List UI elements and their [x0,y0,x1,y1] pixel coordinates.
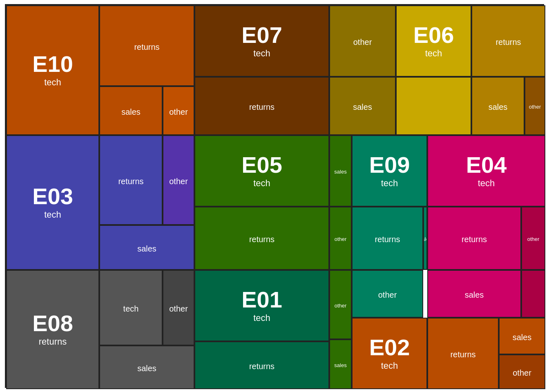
cell-E03[interactable]: E03tech [6,135,99,270]
cell-sub-E07: tech [253,48,270,59]
cell-E10-other[interactable]: other [163,86,194,135]
cell-label-E07-returns: returns [249,102,274,112]
cell-E06-other[interactable]: other [524,77,545,135]
cell-label-E09-other: other [335,236,347,242]
treemap: E10techreturnssalesotherE07techreturnsot… [5,4,544,388]
cell-E04-other2[interactable] [521,270,545,318]
cell-sub-E09: tech [381,178,398,189]
cell-label-E02-sales: sales [513,333,532,342]
cell-E09-other2[interactable]: other [352,270,423,318]
cell-E07[interactable]: E07tech [194,5,329,77]
cell-title-E02: E02 [369,336,410,359]
cell-label-E06-sales: sales [489,102,508,112]
cell-E06-sales[interactable]: sales [471,77,524,135]
cell-E10-sales[interactable]: sales [99,86,163,135]
cell-E08[interactable]: E08returns [6,270,99,389]
cell-label-E09-sales-sm: sales [423,236,427,242]
cell-E09-other[interactable]: other [329,207,352,270]
cell-sales-top2[interactable]: sales [329,77,396,135]
cell-label-E01-other1: other [335,303,347,309]
cell-label-E10-returns: returns [134,42,159,52]
cell-E03-sales[interactable]: sales [99,225,194,270]
cell-title-E06: E06 [413,24,454,47]
cell-label-E08-sales: sales [137,364,156,373]
cell-label-E04-other: other [527,236,540,242]
cell-E04-returns[interactable]: returns [427,207,521,270]
cell-E09-sales[interactable]: sales [329,135,352,207]
cell-label-E09-other2: other [378,290,397,300]
cell-title-E10: E10 [32,53,73,76]
cell-label-E03-sales: sales [137,244,156,254]
cell-label-other-top: other [353,38,372,47]
cell-E01[interactable]: E01tech [194,270,329,341]
cell-E06[interactable]: E06tech [396,5,471,77]
cell-other-top[interactable]: other [329,5,396,77]
cell-label-E09-sales: sales [334,169,346,175]
cell-label-E06-returns: returns [495,38,521,47]
cell-E02-sales[interactable]: sales [499,318,545,354]
cell-E10-returns[interactable]: returns [99,5,194,86]
cell-E03-other[interactable]: other [163,135,194,225]
cell-E08-tech[interactable]: tech [99,270,163,345]
cell-label-E02-other: other [513,368,531,378]
cell-E02-other[interactable]: other [499,354,545,389]
cell-label-E04-sales: sales [465,290,484,300]
cell-E04[interactable]: E04tech [427,135,545,207]
cell-title-E09: E09 [369,154,410,176]
cell-title-E04: E04 [466,154,507,176]
cell-E01-returns[interactable]: returns [194,341,329,389]
cell-E06-tech2[interactable] [396,77,471,135]
cell-label-sales-top2: sales [353,102,372,112]
cell-E08-sales[interactable]: sales [99,345,194,389]
cell-sub-E03: tech [44,209,61,220]
cell-label-E01-sales: sales [334,362,346,368]
cell-label-E06-other: other [529,104,541,110]
cell-E05[interactable]: E05tech [194,135,329,207]
cell-title-E01: E01 [241,288,282,311]
cell-label-E04-returns: returns [462,235,487,244]
cell-label-E03-returns: returns [118,177,143,186]
cell-E06-returns[interactable]: returns [471,5,545,77]
cell-E02-returns[interactable]: returns [427,318,499,389]
cell-E01-other1[interactable]: other [329,270,352,339]
cell-E01-sales[interactable]: sales [329,339,352,389]
cell-E09-sales-sm[interactable]: sales [423,207,427,270]
cell-E09-returns[interactable]: returns [352,207,423,270]
cell-sub-E02: tech [381,361,398,371]
cell-sub-E08: returns [39,336,67,347]
cell-title-E05: E05 [241,154,282,176]
cell-label-E01-returns: returns [249,362,274,371]
cell-sub-E01: tech [253,313,270,323]
cell-E04-other[interactable]: other [521,207,545,270]
cell-label-E08-tech: tech [123,304,139,314]
cell-E03-returns[interactable]: returns [99,135,163,225]
cell-label-E02-returns: returns [450,350,475,359]
cell-E10[interactable]: E10tech [6,5,99,135]
cell-E02[interactable]: E02tech [352,318,427,389]
cell-sub-E10: tech [44,77,61,88]
cell-label-E05-returns: returns [249,235,274,244]
cell-E07-returns[interactable]: returns [194,77,329,135]
cell-sub-E06: tech [425,48,442,59]
cell-E09[interactable]: E09tech [352,135,427,207]
cell-sub-E04: tech [478,178,495,189]
cell-title-E07: E07 [241,24,282,47]
cell-label-E10-other: other [169,107,188,117]
cell-label-E10-sales: sales [121,107,141,117]
cell-E08-other[interactable]: other [163,270,194,345]
cell-E05-returns[interactable]: returns [194,207,329,270]
cell-sub-E05: tech [253,178,270,189]
cell-label-E08-other: other [169,304,188,314]
cell-label-E03-other: other [169,177,188,186]
cell-label-E09-returns: returns [375,235,400,244]
cell-title-E03: E03 [32,185,73,208]
cell-title-E08: E08 [32,312,73,335]
cell-E04-sales[interactable]: sales [427,270,521,318]
